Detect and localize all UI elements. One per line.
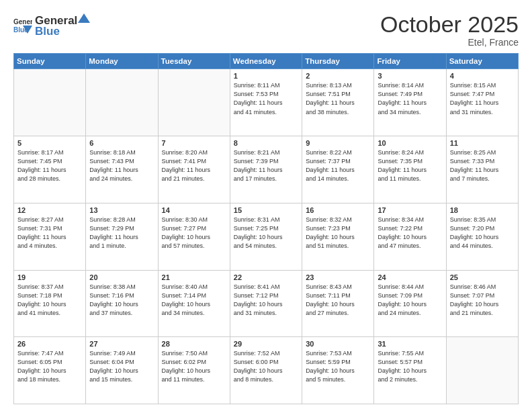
table-row: 6Sunrise: 8:18 AM Sunset: 7:43 PM Daylig… bbox=[86, 136, 158, 203]
col-thursday: Thursday bbox=[302, 54, 374, 69]
day-number: 18 bbox=[450, 206, 515, 214]
day-info: Sunrise: 8:13 AM Sunset: 7:51 PM Dayligh… bbox=[306, 81, 370, 116]
day-number: 9 bbox=[306, 139, 370, 147]
day-info: Sunrise: 7:53 AM Sunset: 5:59 PM Dayligh… bbox=[306, 349, 370, 384]
day-number: 22 bbox=[234, 273, 298, 281]
logo-text: General Blue bbox=[35, 12, 91, 38]
col-monday: Monday bbox=[86, 54, 158, 69]
logo-triangle-icon bbox=[78, 12, 90, 24]
day-number: 6 bbox=[89, 139, 154, 147]
table-row: 30Sunrise: 7:53 AM Sunset: 5:59 PM Dayli… bbox=[302, 337, 374, 404]
table-row: 15Sunrise: 8:31 AM Sunset: 7:25 PM Dayli… bbox=[230, 203, 302, 270]
day-number: 13 bbox=[89, 206, 154, 214]
day-number: 11 bbox=[450, 139, 515, 147]
day-info: Sunrise: 8:44 AM Sunset: 7:09 PM Dayligh… bbox=[378, 283, 442, 318]
day-info: Sunrise: 7:47 AM Sunset: 6:05 PM Dayligh… bbox=[17, 349, 82, 384]
table-row: 14Sunrise: 8:30 AM Sunset: 7:27 PM Dayli… bbox=[158, 203, 230, 270]
table-row: 5Sunrise: 8:17 AM Sunset: 7:45 PM Daylig… bbox=[14, 136, 86, 203]
day-number: 12 bbox=[17, 206, 82, 214]
day-info: Sunrise: 8:22 AM Sunset: 7:37 PM Dayligh… bbox=[306, 148, 370, 183]
table-row: 10Sunrise: 8:24 AM Sunset: 7:35 PM Dayli… bbox=[374, 136, 446, 203]
day-info: Sunrise: 8:30 AM Sunset: 7:27 PM Dayligh… bbox=[162, 216, 226, 250]
day-number: 26 bbox=[17, 340, 82, 348]
day-number: 2 bbox=[306, 72, 370, 80]
day-number: 19 bbox=[17, 273, 82, 281]
day-number: 31 bbox=[378, 340, 442, 348]
table-row: 13Sunrise: 8:28 AM Sunset: 7:29 PM Dayli… bbox=[86, 203, 158, 270]
day-info: Sunrise: 8:46 AM Sunset: 7:07 PM Dayligh… bbox=[450, 283, 515, 318]
table-row: 31Sunrise: 7:55 AM Sunset: 5:57 PM Dayli… bbox=[374, 337, 446, 404]
calendar-table: Sunday Monday Tuesday Wednesday Thursday… bbox=[13, 53, 519, 404]
table-row: 19Sunrise: 8:37 AM Sunset: 7:18 PM Dayli… bbox=[14, 270, 86, 337]
day-number: 10 bbox=[378, 139, 442, 147]
calendar-header-row: Sunday Monday Tuesday Wednesday Thursday… bbox=[14, 54, 519, 69]
day-number: 25 bbox=[450, 273, 515, 281]
day-number: 21 bbox=[162, 273, 226, 281]
day-number: 14 bbox=[162, 206, 226, 214]
calendar-week-row: 19Sunrise: 8:37 AM Sunset: 7:18 PM Dayli… bbox=[14, 270, 519, 337]
logo: General Blue General Blue bbox=[13, 12, 91, 38]
day-info: Sunrise: 8:43 AM Sunset: 7:11 PM Dayligh… bbox=[306, 283, 370, 318]
table-row: 27Sunrise: 7:49 AM Sunset: 6:04 PM Dayli… bbox=[86, 337, 158, 404]
day-number: 3 bbox=[378, 72, 442, 80]
calendar-week-row: 12Sunrise: 8:27 AM Sunset: 7:31 PM Dayli… bbox=[14, 203, 519, 270]
day-number: 7 bbox=[162, 139, 226, 147]
day-info: Sunrise: 8:24 AM Sunset: 7:35 PM Dayligh… bbox=[378, 148, 442, 183]
table-row: 7Sunrise: 8:20 AM Sunset: 7:41 PM Daylig… bbox=[158, 136, 230, 203]
table-row: 26Sunrise: 7:47 AM Sunset: 6:05 PM Dayli… bbox=[14, 337, 86, 404]
day-info: Sunrise: 8:38 AM Sunset: 7:16 PM Dayligh… bbox=[89, 283, 154, 318]
day-number: 28 bbox=[162, 340, 226, 348]
table-row: 29Sunrise: 7:52 AM Sunset: 6:00 PM Dayli… bbox=[230, 337, 302, 404]
table-row: 3Sunrise: 8:14 AM Sunset: 7:49 PM Daylig… bbox=[374, 69, 446, 136]
table-row: 4Sunrise: 8:15 AM Sunset: 7:47 PM Daylig… bbox=[446, 69, 518, 136]
table-row: 22Sunrise: 8:41 AM Sunset: 7:12 PM Dayli… bbox=[230, 270, 302, 337]
day-info: Sunrise: 8:17 AM Sunset: 7:45 PM Dayligh… bbox=[17, 148, 82, 183]
day-info: Sunrise: 8:20 AM Sunset: 7:41 PM Dayligh… bbox=[162, 148, 226, 183]
day-number: 29 bbox=[234, 340, 298, 348]
header: General Blue General Blue October 2025 E… bbox=[13, 12, 519, 48]
table-row: 17Sunrise: 8:34 AM Sunset: 7:22 PM Dayli… bbox=[374, 203, 446, 270]
day-number: 5 bbox=[17, 139, 82, 147]
day-number: 15 bbox=[234, 206, 298, 214]
table-row: 9Sunrise: 8:22 AM Sunset: 7:37 PM Daylig… bbox=[302, 136, 374, 203]
day-number: 17 bbox=[378, 206, 442, 214]
day-number: 23 bbox=[306, 273, 370, 281]
table-row: 12Sunrise: 8:27 AM Sunset: 7:31 PM Dayli… bbox=[14, 203, 86, 270]
day-number: 24 bbox=[378, 273, 442, 281]
day-info: Sunrise: 8:31 AM Sunset: 7:25 PM Dayligh… bbox=[234, 216, 298, 250]
day-number: 20 bbox=[89, 273, 154, 281]
day-info: Sunrise: 8:35 AM Sunset: 7:20 PM Dayligh… bbox=[450, 216, 515, 250]
day-info: Sunrise: 8:11 AM Sunset: 7:53 PM Dayligh… bbox=[234, 81, 298, 116]
col-friday: Friday bbox=[374, 54, 446, 69]
title-block: October 2025 Etel, France bbox=[380, 12, 519, 48]
month-title: October 2025 bbox=[380, 12, 519, 37]
day-info: Sunrise: 8:32 AM Sunset: 7:23 PM Dayligh… bbox=[306, 216, 370, 250]
day-number: 1 bbox=[234, 72, 298, 80]
day-info: Sunrise: 8:41 AM Sunset: 7:12 PM Dayligh… bbox=[234, 283, 298, 318]
col-wednesday: Wednesday bbox=[230, 54, 302, 69]
table-row: 24Sunrise: 8:44 AM Sunset: 7:09 PM Dayli… bbox=[374, 270, 446, 337]
day-number: 4 bbox=[450, 72, 515, 80]
table-row bbox=[158, 69, 230, 136]
table-row: 23Sunrise: 8:43 AM Sunset: 7:11 PM Dayli… bbox=[302, 270, 374, 337]
table-row: 25Sunrise: 8:46 AM Sunset: 7:07 PM Dayli… bbox=[446, 270, 518, 337]
svg-text:General: General bbox=[13, 18, 32, 26]
day-info: Sunrise: 8:27 AM Sunset: 7:31 PM Dayligh… bbox=[17, 216, 82, 250]
table-row: 11Sunrise: 8:25 AM Sunset: 7:33 PM Dayli… bbox=[446, 136, 518, 203]
table-row: 16Sunrise: 8:32 AM Sunset: 7:23 PM Dayli… bbox=[302, 203, 374, 270]
day-info: Sunrise: 8:21 AM Sunset: 7:39 PM Dayligh… bbox=[234, 148, 298, 183]
day-number: 30 bbox=[306, 340, 370, 348]
day-info: Sunrise: 7:55 AM Sunset: 5:57 PM Dayligh… bbox=[378, 349, 442, 384]
table-row bbox=[14, 69, 86, 136]
calendar-week-row: 5Sunrise: 8:17 AM Sunset: 7:45 PM Daylig… bbox=[14, 136, 519, 203]
calendar-week-row: 1Sunrise: 8:11 AM Sunset: 7:53 PM Daylig… bbox=[14, 69, 519, 136]
col-tuesday: Tuesday bbox=[158, 54, 230, 69]
day-info: Sunrise: 8:28 AM Sunset: 7:29 PM Dayligh… bbox=[89, 216, 154, 250]
day-info: Sunrise: 7:49 AM Sunset: 6:04 PM Dayligh… bbox=[89, 349, 154, 384]
table-row bbox=[86, 69, 158, 136]
table-row: 28Sunrise: 7:50 AM Sunset: 6:02 PM Dayli… bbox=[158, 337, 230, 404]
day-number: 8 bbox=[234, 139, 298, 147]
table-row: 2Sunrise: 8:13 AM Sunset: 7:51 PM Daylig… bbox=[302, 69, 374, 136]
logo-icon: General Blue bbox=[13, 17, 32, 34]
col-saturday: Saturday bbox=[446, 54, 518, 69]
